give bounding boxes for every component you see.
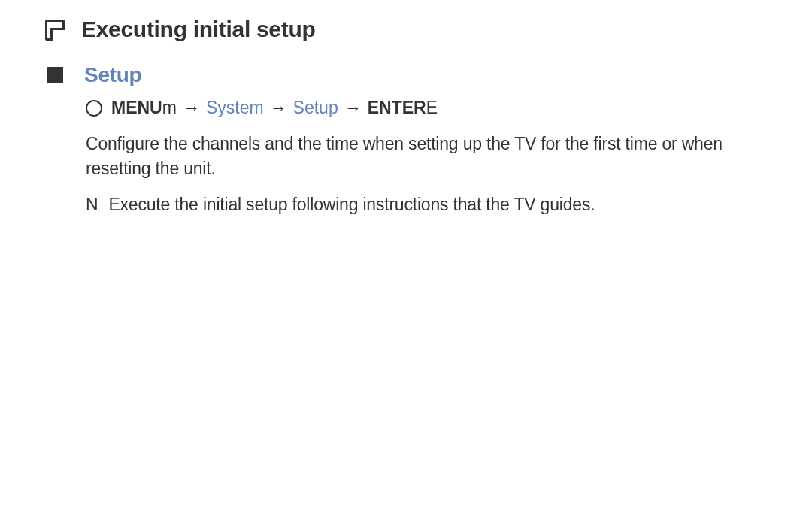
arrow-icon: → — [270, 98, 287, 118]
arrow-icon: → — [344, 98, 362, 118]
nav-menu-suffix: m — [162, 98, 177, 118]
nav-enter-suffix: E — [426, 98, 438, 118]
section-title: Setup — [84, 63, 141, 87]
nav-enter-bold: ENTER — [368, 98, 426, 118]
section-row: Setup — [45, 63, 767, 87]
nav-menu-bold: MENU — [111, 98, 162, 118]
bookmark-icon — [45, 20, 65, 41]
navigation-path-row: MENUm → System → Setup → ENTERE — [86, 98, 767, 118]
arrow-icon: → — [183, 98, 200, 118]
body-paragraph: Configure the channels and the time when… — [86, 132, 767, 182]
note-row: N Execute the initial setup following in… — [86, 192, 767, 217]
nav-setup: Setup — [293, 98, 338, 118]
navigation-path: MENUm → System → Setup → ENTERE — [111, 98, 438, 118]
square-bullet-icon — [47, 67, 63, 83]
heading-row: Executing initial setup — [45, 17, 767, 42]
note-marker: N — [86, 192, 98, 217]
page-title: Executing initial setup — [81, 17, 315, 42]
note-text: Execute the initial setup following inst… — [108, 192, 595, 217]
nav-system: System — [206, 98, 264, 118]
content-block: MENUm → System → Setup → ENTERE Configur… — [45, 98, 767, 217]
circle-bullet-icon — [86, 100, 102, 117]
